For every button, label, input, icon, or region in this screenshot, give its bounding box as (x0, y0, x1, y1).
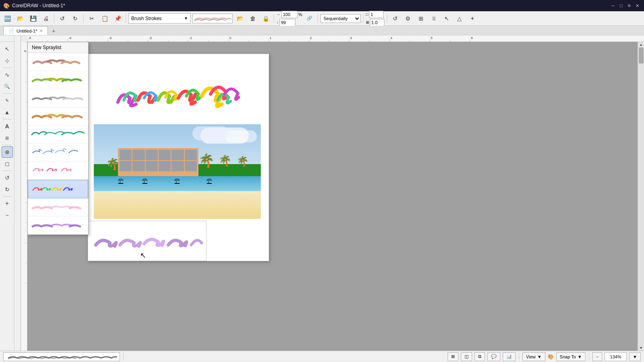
artbrush-tool-button[interactable]: ⊗ (2, 146, 13, 158)
add-button[interactable]: + (467, 13, 478, 24)
tab-close-icon[interactable]: ✕ (39, 29, 43, 33)
brush-item-gray[interactable] (28, 89, 88, 107)
table-tool-button[interactable]: ⊞ (2, 132, 13, 144)
size-input[interactable] (370, 19, 384, 26)
save-button[interactable]: 💾 (27, 13, 39, 24)
redo-tool-button[interactable]: ↻ (2, 184, 13, 195)
cut-button[interactable]: ✂ (86, 13, 97, 24)
smart-fill-button[interactable]: ▲ (2, 107, 13, 118)
order-dropdown[interactable]: Sequentially Randomly (320, 14, 361, 23)
node-button[interactable]: △ (454, 13, 465, 24)
brush-strokes-dropdown[interactable]: Brush Strokes ▼ (128, 13, 191, 24)
spray-delete-button[interactable]: 🗑 (247, 13, 258, 24)
brush-item-blue-branches[interactable] (28, 144, 88, 162)
brush-item-pink[interactable] (28, 53, 88, 71)
dropdown-arrow-icon: ▼ (184, 16, 188, 21)
svg-text:-3: -3 (109, 36, 112, 40)
svg-text:5: 5 (431, 36, 433, 40)
ruler-v-svg: -5 (21, 42, 27, 323)
scroll-thumb[interactable] (639, 47, 644, 64)
zoom-input[interactable] (605, 352, 627, 361)
zoom-out-button[interactable]: − (592, 352, 602, 361)
pick-tool-button[interactable]: ⊹ (2, 55, 13, 66)
beach-sand: ⛱ ⛱ ⛱ ⛱ (94, 176, 261, 219)
document-tab[interactable]: 📄 Untitled-1* ✕ (3, 26, 48, 35)
spray-preview (192, 14, 233, 23)
redo-button[interactable]: ↻ (70, 13, 81, 24)
sep1 (54, 14, 54, 23)
page-layout-button[interactable]: ⊞ (448, 352, 458, 361)
height-input[interactable] (279, 19, 295, 26)
restore-icon[interactable]: ⧉ (625, 2, 633, 9)
text-tool-button[interactable]: A (2, 121, 13, 132)
cloud3 (192, 126, 229, 140)
brush-item-pink-swirls[interactable] (28, 162, 88, 180)
copy-button[interactable]: 📋 (99, 13, 110, 24)
percent-label: % (298, 12, 302, 17)
close-icon[interactable]: ✕ (634, 2, 641, 9)
open-button[interactable]: 📂 (14, 13, 26, 24)
undo-button[interactable]: ↺ (57, 13, 68, 24)
svg-text:-5: -5 (24, 50, 27, 53)
count-input[interactable] (369, 11, 384, 18)
object-props-button[interactable]: ⧉ (475, 352, 485, 361)
brush-dropdown-panel: New Spraylist (27, 42, 89, 235)
paste-button[interactable]: 📌 (112, 13, 123, 24)
size-icon: ⊞ (366, 20, 369, 25)
sep3 (126, 14, 126, 23)
snap-to-button[interactable]: Snap To ▼ (556, 352, 586, 361)
scroll-up-button[interactable]: ▲ (639, 43, 643, 47)
tool-sep6 (2, 196, 12, 197)
transform-button[interactable]: ⊞ (415, 13, 427, 24)
tool-sep3 (2, 119, 12, 119)
tool-sep2 (2, 93, 12, 94)
comments-button[interactable]: 💬 (487, 352, 500, 361)
color-indicator: 🎨 (548, 354, 554, 360)
undo-tool-button[interactable]: ↺ (2, 172, 13, 183)
ruler-h-svg: -5 -4 -3 -2 -1 0 1 2 (27, 35, 631, 42)
maximize-icon[interactable]: □ (617, 2, 625, 9)
brush-item-teal[interactable] (28, 125, 88, 144)
title-bar: 🎨 CorelDRAW - Untitled-1* ─ □ ⧉ ✕ (0, 0, 644, 11)
plus-tool-button[interactable]: + (2, 198, 13, 209)
brush-item-purple[interactable] (28, 216, 88, 234)
bezier-tool-button[interactable]: ✎ (2, 95, 13, 106)
reset-button[interactable]: ↺ (390, 13, 401, 24)
sep4 (274, 14, 274, 23)
vertical-scrollbar[interactable]: ▲ ▼ (638, 42, 644, 351)
select2-button[interactable]: ↖ (441, 13, 452, 24)
freehand-tool-button[interactable]: ∿ (2, 69, 13, 80)
select-tool-button[interactable]: ↖ (2, 43, 13, 55)
eraser-tool-button[interactable]: ◻ (2, 158, 13, 169)
brush-item-orange[interactable] (28, 107, 88, 125)
settings-button[interactable]: ⚙ (402, 13, 414, 24)
brush-strokes-label: Brush Strokes (131, 16, 182, 21)
scroll-down-button[interactable]: ▼ (639, 346, 643, 350)
svg-text:-4: -4 (68, 36, 72, 40)
minus-tool-button[interactable]: − (2, 210, 13, 221)
layers-button[interactable]: ◫ (461, 352, 472, 361)
spray-open-button[interactable]: 📂 (234, 13, 246, 24)
zoom-dropdown-button[interactable]: ▼ (629, 352, 641, 361)
svg-text:-5: -5 (28, 36, 31, 40)
brush-item-light-pink[interactable] (28, 198, 88, 216)
aspect-lock-button[interactable]: 🔗 (304, 13, 315, 24)
swirl-decoration (88, 74, 269, 118)
width-icon: ↔ (277, 12, 281, 16)
add-tab-button[interactable]: + (50, 27, 58, 35)
new-spraylist-button[interactable]: New Spraylist (28, 42, 88, 53)
minimize-icon[interactable]: ─ (609, 2, 617, 9)
insights-button[interactable]: 📊 (503, 352, 516, 361)
spray-preview-svg (193, 14, 232, 23)
print-button[interactable]: 🖨 (40, 13, 52, 24)
lock-button[interactable]: 🔒 (260, 13, 271, 24)
width-input[interactable] (281, 11, 297, 18)
canvas-container: -5 -4 -3 -2 -1 0 1 2 (21, 35, 644, 351)
canvas-scroll-area[interactable]: New Spraylist (27, 42, 638, 351)
new-button[interactable]: 🆕 (2, 13, 13, 24)
align-button[interactable]: ⁞⁞ (428, 13, 440, 24)
brush-item-green[interactable] (28, 71, 88, 89)
zoom-tool-button[interactable]: 🔍 (2, 81, 13, 92)
brush-item-rainbow-swirls[interactable] (28, 180, 88, 198)
view-button[interactable]: View ▼ (522, 352, 545, 361)
